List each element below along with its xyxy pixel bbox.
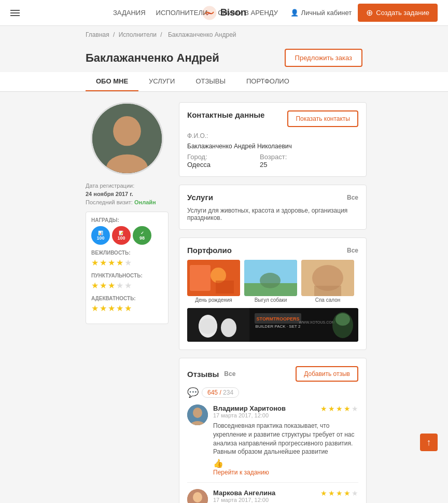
politeness-rating: ВЕЖЛИВОСТЬ: ★ ★ ★ ★ ★ <box>91 250 163 268</box>
contact-2col: Город: Одесса Возраст: 25 <box>187 153 358 169</box>
svg-point-26 <box>335 313 350 326</box>
like-icon[interactable]: 👍 <box>213 458 223 468</box>
chat-icon: 💬 <box>187 387 199 398</box>
breadcrumb-current: Баклажанченко Андрей <box>168 31 236 38</box>
award-green: ✓ 98 <box>133 226 151 245</box>
reviewer-name-2: Маркова Ангелина <box>213 489 275 497</box>
breadcrumb: Главная / Исполнители / Баклажанченко Ан… <box>0 26 448 44</box>
review-stars-1: ★ ★ ★ ★ ★ <box>320 404 358 413</box>
awards-row: 📊 100 📝 100 ✓ 98 <box>91 226 163 245</box>
portfolio-grid: День рождения Выгул собаки <box>187 260 358 303</box>
adequacy-stars: ★ ★ ★ ★ ★ <box>91 303 163 313</box>
positive-count: 645 / 234 <box>202 387 239 398</box>
portfolio-item-3[interactable]: Спа салон <box>301 260 354 303</box>
portfolio-all-link[interactable]: Все <box>347 247 358 254</box>
breadcrumb-sep2: / <box>160 31 164 38</box>
age-group: Возраст: 25 <box>260 153 312 169</box>
adequacy-rating: АДЕКВАТНОСТЬ: ★ ★ ★ ★ ★ <box>91 296 163 313</box>
contacts-title: Контактные данные <box>187 110 264 119</box>
services-section: Услуги Все Услуги для животных, красота … <box>179 185 367 230</box>
contacts-section: Контактные данные Показать контакты Ф.И.… <box>179 102 367 177</box>
header: Bison ЗАДАНИЯ ИСПОЛНИТЕЛИ СНИМУ В АРЕНДУ… <box>0 0 448 26</box>
nav-tasks[interactable]: ЗАДАНИЯ <box>113 9 146 17</box>
review-date-2: 17 марта 2017, 12:00 <box>213 497 275 503</box>
svg-point-28 <box>193 408 202 418</box>
tab-reviews[interactable]: ОТЗЫВЫ <box>185 72 235 91</box>
review-stars-2: ★ ★ ★ ★ ★ <box>320 489 358 497</box>
award-red: 📝 100 <box>112 226 131 245</box>
offer-order-button[interactable]: Предложить заказ <box>285 49 362 67</box>
tab-about[interactable]: ОБО МНЕ <box>86 72 138 91</box>
add-review-button[interactable]: Добавить отзыв <box>296 366 358 382</box>
review-item-1: Владимир Харитонов 17 марта 2017, 12:00 … <box>187 398 358 483</box>
svg-rect-17 <box>187 308 249 342</box>
header-right: 👤 Личный кабинет ⊕ Создать задание <box>290 4 438 22</box>
plus-icon: ⊕ <box>366 8 373 18</box>
portfolio-caption-2: Выгул собаки <box>244 297 297 303</box>
awards-section: НАГРАДЫ: 📊 100 📝 100 ✓ 98 <box>91 217 163 245</box>
services-text: Услуги для животных, красота и здоровье,… <box>187 207 358 221</box>
reviews-all-link[interactable]: Все <box>224 370 235 378</box>
main-content: Дата регистрации: 24 ноября 2017 г. Посл… <box>0 92 448 503</box>
person-icon: 👤 <box>290 9 299 17</box>
nav-executors[interactable]: ИСПОЛНИТЕЛИ <box>156 9 208 17</box>
logo-icon <box>202 5 217 21</box>
profile-tabs: ОБО МНЕ УСЛУГИ ОТЗЫВЫ ПОРТФОЛИО <box>0 72 448 92</box>
breadcrumb-sep1: / <box>113 31 117 38</box>
page-header: Баклажанченко Андрей Предложить заказ <box>0 44 448 67</box>
fullname-value-row: Баклажанченко Андрей Николаевич <box>187 143 358 150</box>
svg-rect-15 <box>314 286 341 296</box>
header-logo[interactable]: Bison <box>202 5 246 21</box>
svg-rect-6 <box>190 265 211 291</box>
show-contacts-button[interactable]: Показать контакты <box>287 110 358 127</box>
review-item-2: Маркова Ангелина 17 марта 2017, 12:00 ★ … <box>187 483 358 503</box>
reviewer-avatar-1 <box>187 404 208 425</box>
punctuality-rating: ПУНКТУАЛЬНОСТЬ: ★ ★ ★ ★ ★ <box>91 273 163 290</box>
breadcrumb-home[interactable]: Главная <box>86 31 109 38</box>
portfolio-section: Портфолио Все День рождения <box>179 237 367 350</box>
portfolio-title: Портфолио Все <box>187 246 358 255</box>
reviews-section: Отзывы Все Добавить отзыв 💬 645 / 234 <box>179 358 367 503</box>
ratings-box: НАГРАДЫ: 📊 100 📝 100 ✓ 98 <box>86 212 169 324</box>
svg-point-31 <box>193 492 202 502</box>
page-title: Баклажанченко Андрей <box>86 51 219 65</box>
logo-text: Bison <box>220 7 246 18</box>
punctuality-stars: ★ ★ ★ ★ ★ <box>91 281 163 290</box>
left-column: Дата регистрации: 24 ноября 2017 г. Посл… <box>86 102 169 503</box>
portfolio-caption-3: Спа салон <box>301 297 354 303</box>
create-task-button[interactable]: ⊕ Создать задание <box>358 4 438 22</box>
hamburger-menu[interactable] <box>10 10 20 16</box>
portfolio-caption-1: День рождения <box>187 297 240 303</box>
portfolio-item-2[interactable]: Выгул собаки <box>244 260 297 303</box>
breadcrumb-executors[interactable]: Исполнители <box>119 31 157 38</box>
svg-point-20 <box>221 318 236 337</box>
right-column: Контактные данные Показать контакты Ф.И.… <box>179 102 367 503</box>
contacts-header: Контактные данные Показать контакты <box>187 110 358 127</box>
svg-text:STORMTROOPERS: STORMTROOPERS <box>257 316 300 322</box>
services-title: Услуги Все <box>187 193 358 202</box>
review-date-1: 17 марта 2017, 12:00 <box>213 412 286 418</box>
tab-services[interactable]: УСЛУГИ <box>138 72 185 91</box>
tab-portfolio[interactable]: ПОРТФОЛИО <box>236 72 300 91</box>
svg-point-11 <box>260 273 281 288</box>
scroll-top-button[interactable]: ↑ <box>420 434 438 451</box>
svg-point-2 <box>113 116 141 146</box>
svg-text:WWW.XOTOUS.COM: WWW.XOTOUS.COM <box>299 320 334 324</box>
ad-banner[interactable]: STORMTROOPERS BUILDER PACK · SET 2 WWW.X… <box>187 308 358 342</box>
svg-rect-19 <box>199 318 217 334</box>
services-all-link[interactable]: Все <box>347 194 358 201</box>
review-body-2: Маркова Ангелина 17 марта 2017, 12:00 ★ … <box>213 489 358 503</box>
ad-image: STORMTROOPERS BUILDER PACK · SET 2 WWW.X… <box>187 308 358 342</box>
reviewer-name-1: Владимир Харитонов <box>213 404 286 412</box>
reviewer-avatar-2 <box>187 489 208 503</box>
personal-cabinet-link[interactable]: 👤 Личный кабинет <box>290 9 352 17</box>
review-top-2: Маркова Ангелина 17 марта 2017, 12:00 ★ … <box>213 489 358 503</box>
registration-meta: Дата регистрации: <box>86 183 169 189</box>
review-like-1: 👍 <box>213 458 358 468</box>
review-task-link-1[interactable]: Перейти к заданию <box>213 469 269 476</box>
svg-text:BUILDER PACK · SET 2: BUILDER PACK · SET 2 <box>256 324 301 329</box>
review-text-1: Повседневная практика показывает, что ук… <box>213 422 358 456</box>
portfolio-item-1[interactable]: День рождения <box>187 260 240 303</box>
avatar-image <box>92 102 162 175</box>
reviews-title-area: Отзывы Все <box>187 370 235 379</box>
